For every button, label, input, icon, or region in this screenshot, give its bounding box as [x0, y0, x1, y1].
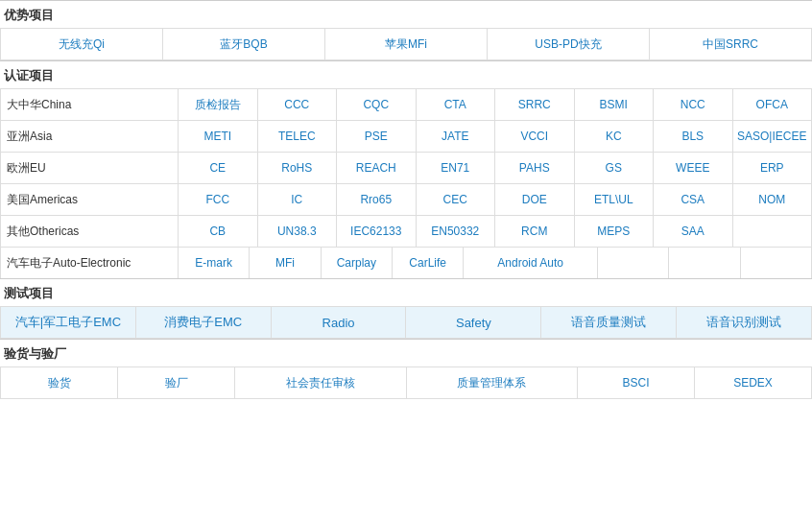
- inspect-item-0: 验货: [1, 367, 118, 398]
- cert-tag-eu-0: CE: [179, 153, 258, 183]
- cert-label-china: 大中华China: [1, 89, 179, 120]
- cert-row-other: 其他Othericas CB UN38.3 IEC62133 EN50332 R…: [0, 215, 812, 247]
- cert-tag-other-0: CB: [179, 216, 258, 247]
- inspect-item-4: BSCI: [578, 367, 695, 398]
- cert-tag-other-4: RCM: [495, 216, 575, 247]
- cert-tag-americas-2: Rro65: [337, 184, 417, 215]
- cert-tag-americas-7: NOM: [733, 184, 812, 215]
- cert-tag-eu-1: RoHS: [258, 153, 338, 183]
- cert-row-auto: 汽车电子Auto-Electronic E-mark MFi Carplay C…: [0, 247, 812, 278]
- cert-tag-china-4: SRRC: [495, 89, 575, 120]
- cert-tag-asia-1: TELEC: [258, 121, 338, 152]
- certification-title: 认证项目: [0, 60, 812, 88]
- cert-tag-auto-6: [669, 248, 740, 278]
- cert-tag-other-5: MEPS: [575, 216, 655, 247]
- advantage-item-2: 苹果MFi: [325, 29, 488, 59]
- cert-tag-asia-3: JATE: [417, 121, 496, 152]
- cert-row-eu: 欧洲EU CE RoHS REACH EN71 PAHS GS WEEE ERP: [0, 152, 812, 183]
- cert-label-eu: 欧洲EU: [1, 153, 179, 183]
- cert-tag-americas-0: FCC: [179, 184, 258, 215]
- cert-tag-china-6: NCC: [654, 89, 733, 120]
- advantage-item-1: 蓝牙BQB: [163, 29, 325, 59]
- advantage-item-4: 中国SRRC: [650, 29, 811, 59]
- advantage-row: 无线充Qi 蓝牙BQB 苹果MFi USB-PD快充 中国SRRC: [0, 28, 812, 60]
- inspect-item-2: 社会责任审核: [235, 367, 407, 398]
- test-item-2: Radio: [272, 307, 407, 338]
- cert-tag-americas-1: IC: [258, 184, 338, 215]
- cert-tag-asia-6: BLS: [654, 121, 733, 152]
- inspect-item-3: 质量管理体系: [407, 367, 579, 398]
- cert-tag-other-3: EN50332: [417, 216, 496, 247]
- test-item-0: 汽车|军工电子EMC: [1, 307, 136, 338]
- cert-row-china: 大中华China 质检报告 CCC CQC CTA SRRC BSMI NCC …: [0, 88, 812, 120]
- cert-tag-americas-6: CSA: [654, 184, 733, 215]
- cert-row-americas: 美国Americas FCC IC Rro65 CEC DOE ETL\UL C…: [0, 183, 812, 215]
- cert-tag-americas-5: ETL\UL: [575, 184, 655, 215]
- advantage-item-0: 无线充Qi: [1, 29, 163, 59]
- advantage-item-3: USB-PD快充: [488, 29, 650, 59]
- cert-tag-eu-2: REACH: [337, 153, 417, 183]
- cert-tag-eu-7: ERP: [733, 153, 812, 183]
- cert-tag-asia-7: SASO|IECEE: [733, 121, 812, 152]
- cert-tag-china-3: CTA: [417, 89, 496, 120]
- cert-tag-eu-5: GS: [575, 153, 655, 183]
- advantage-title: 优势项目: [0, 0, 812, 28]
- test-item-4: 语音质量测试: [541, 307, 677, 338]
- cert-tag-americas-3: CEC: [417, 184, 496, 215]
- cert-tag-americas-4: DOE: [495, 184, 575, 215]
- cert-tag-eu-4: PAHS: [495, 153, 575, 183]
- cert-tag-auto-7: [741, 248, 811, 278]
- cert-tag-auto-5: [598, 248, 669, 278]
- test-item-1: 消费电子EMC: [136, 307, 272, 338]
- cert-tag-other-6: SAA: [654, 216, 733, 247]
- test-item-3: Safety: [406, 307, 541, 338]
- cert-tag-eu-6: WEEE: [654, 153, 733, 183]
- cert-label-auto: 汽车电子Auto-Electronic: [1, 248, 179, 278]
- cert-label-asia: 亚洲Asia: [1, 121, 179, 152]
- cert-tag-asia-5: KC: [575, 121, 655, 152]
- inspection-title: 验货与验厂: [0, 339, 812, 366]
- cert-tag-auto-4: Android Auto: [464, 248, 598, 278]
- cert-label-americas: 美国Americas: [1, 184, 179, 215]
- inspection-row: 验货 验厂 社会责任审核 质量管理体系 BSCI SEDEX: [0, 366, 812, 399]
- testing-title: 测试项目: [0, 278, 812, 306]
- cert-tag-other-7: [733, 216, 812, 247]
- cert-tag-china-1: CCC: [258, 89, 338, 120]
- cert-tag-other-1: UN38.3: [258, 216, 338, 247]
- cert-tag-other-2: IEC62133: [337, 216, 417, 247]
- cert-tag-asia-4: VCCI: [495, 121, 575, 152]
- cert-tag-auto-0: E-mark: [179, 248, 250, 278]
- cert-tag-china-0: 质检报告: [179, 89, 258, 120]
- test-item-5: 语音识别测试: [677, 307, 811, 338]
- inspect-item-5: SEDEX: [695, 367, 811, 398]
- cert-row-asia: 亚洲Asia METI TELEC PSE JATE VCCI KC BLS S…: [0, 120, 812, 152]
- cert-tag-asia-2: PSE: [337, 121, 417, 152]
- cert-tag-auto-1: MFi: [250, 248, 321, 278]
- cert-tag-china-5: BSMI: [575, 89, 655, 120]
- cert-tag-eu-3: EN71: [417, 153, 496, 183]
- cert-tag-china-2: CQC: [337, 89, 417, 120]
- cert-tag-asia-0: METI: [179, 121, 258, 152]
- cert-tag-auto-3: CarLife: [393, 248, 464, 278]
- cert-label-other: 其他Othericas: [1, 216, 179, 247]
- testing-row: 汽车|军工电子EMC 消费电子EMC Radio Safety 语音质量测试 语…: [0, 306, 812, 339]
- cert-tag-auto-2: Carplay: [322, 248, 393, 278]
- inspect-item-1: 验厂: [118, 367, 235, 398]
- cert-tag-china-7: OFCA: [733, 89, 812, 120]
